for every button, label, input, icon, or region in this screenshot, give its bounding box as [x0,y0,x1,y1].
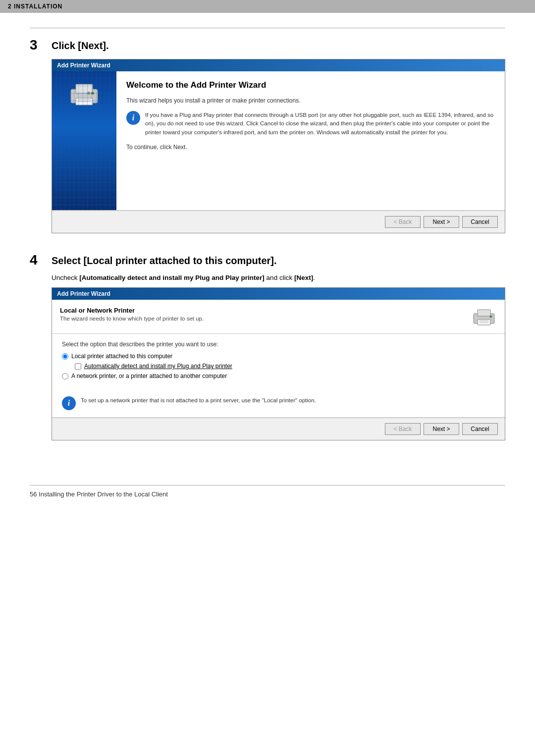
svg-rect-8 [478,310,490,316]
page-footer: 56 Installing the Printer Driver to the … [0,486,535,503]
step-3-section: 3 Click [Next]. Add Printer Wizard [30,38,505,233]
info-icon-1: i [126,111,140,125]
wizard-section-title: Local or Network Printer [60,307,204,314]
svg-rect-10 [480,321,488,322]
step-4-subtitle-part1: Uncheck [52,274,79,281]
wizard-left-panel-1 [52,71,116,210]
options-label: Select the option that describes the pri… [62,341,495,348]
back-button-2[interactable]: < Back [385,423,421,435]
step-4-subtitle-bold: [Automatically detect and install my Plu… [79,274,265,281]
wizard-header-text: Local or Network Printer The wizard need… [60,307,204,322]
wizard-footer-2: < Back Next > Cancel [52,418,505,440]
step-3-title: Click [Next]. [52,38,109,52]
wizard-titlebar-2: Add Printer Wizard [52,288,505,300]
wizard-heading-1: Welcome to the Add Printer Wizard [126,80,495,90]
svg-rect-1 [76,84,93,93]
wizard-body-1: Welcome to the Add Printer Wizard This w… [52,71,505,211]
step-4-title: Select [Local printer attached to this c… [52,253,277,267]
next-button-1[interactable]: Next > [424,216,459,228]
wizard-infobox-1: i If you have a Plug and Play printer th… [126,111,495,137]
svg-point-5 [91,92,94,95]
radio-network-option[interactable]: A network printer, or a printer attached… [62,373,495,379]
checkbox-autodetect-option[interactable]: Automatically detect and install my Plug… [75,363,495,370]
wizard-footer-1: < Back Next > Cancel [52,211,505,233]
wizard-options: Select the option that describes the pri… [52,334,505,389]
svg-point-12 [490,316,492,318]
svg-rect-11 [480,322,488,323]
radio-network-label: A network printer, or a printer attached… [71,373,227,379]
step-3-number: 3 [30,38,45,52]
wizard-intro-1: This wizard helps you install a printer … [126,96,495,105]
printer-icon-large [67,80,102,110]
wizard-header-row: Local or Network Printer The wizard need… [52,300,505,334]
svg-rect-4 [78,101,91,102]
info-icon-2: i [62,396,76,410]
printer-icon-small [471,307,497,328]
checkbox-autodetect[interactable] [75,363,81,370]
step-4-subtitle: Uncheck [Automatically detect and instal… [52,274,505,281]
wizard-info-bottom: i To set up a network printer that is no… [52,389,505,417]
radio-local-label: Local printer attached to this computer [71,353,172,360]
step-4-subtitle-end: . [313,274,315,281]
radio-local[interactable] [62,353,68,360]
wizard-right-panel-1: Welcome to the Add Printer Wizard This w… [116,71,505,210]
section-header: 2 INSTALLATION [0,0,535,13]
radio-local-option[interactable]: Local printer attached to this computer [62,353,495,360]
next-button-2[interactable]: Next > [424,423,459,435]
wizard-body-2: Local or Network Printer The wizard need… [52,300,505,418]
checkbox-autodetect-label: Automatically detect and install my Plug… [84,363,232,370]
wizard-titlebar-1: Add Printer Wizard [52,59,505,71]
step-4-subtitle-bold2: [Next] [294,274,313,281]
step-4-number: 4 [30,253,45,267]
footer-text: 56 Installing the Printer Driver to the … [30,490,168,498]
section-label: 2 INSTALLATION [8,3,62,10]
wizard-section-desc: The wizard needs to know which type of p… [60,316,204,322]
step-3-header: 3 Click [Next]. [30,38,505,52]
wizard-window-2: Add Printer Wizard Local or Network Prin… [52,287,505,440]
cancel-button-2[interactable]: Cancel [462,423,498,435]
step-4-section: 4 Select [Local printer attached to this… [30,253,505,440]
svg-rect-3 [78,99,91,100]
back-button-1[interactable]: < Back [385,216,421,228]
cancel-button-1[interactable]: Cancel [462,216,498,228]
wizard-continue-1: To continue, click Next. [126,143,495,152]
step-4-subtitle-part2: and click [265,274,294,281]
svg-point-6 [87,92,90,95]
wizard-window-1: Add Printer Wizard [52,59,505,233]
radio-network[interactable] [62,373,68,379]
main-content: 3 Click [Next]. Add Printer Wizard [0,28,535,480]
wizard-info-text-1: If you have a Plug and Play printer that… [145,111,495,137]
wizard-info-text-2: To set up a network printer that is not … [81,396,316,405]
step-4-header: 4 Select [Local printer attached to this… [30,253,505,267]
